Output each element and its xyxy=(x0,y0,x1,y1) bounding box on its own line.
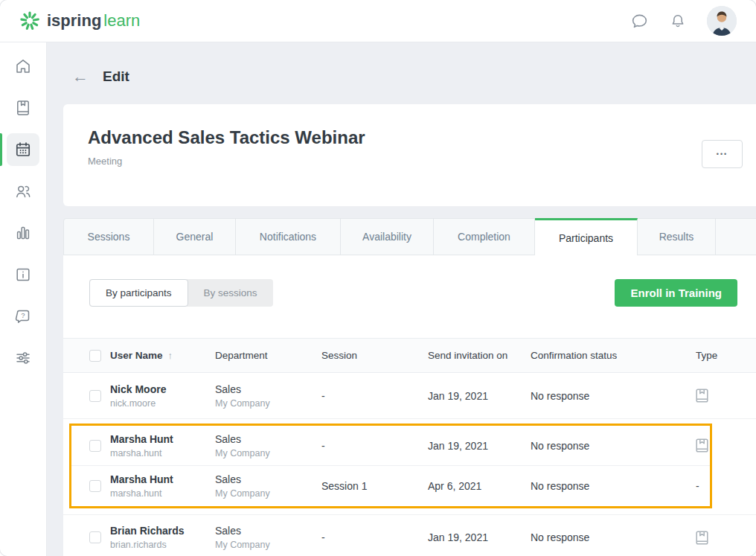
company: My Company xyxy=(215,448,321,458)
ispring-learn-logo[interactable]: ispringlearn xyxy=(19,10,140,31)
filters-icon xyxy=(14,349,32,367)
table-row[interactable]: Marsha Hunt marsha.hunt Sales My Company… xyxy=(71,426,710,466)
user-name: Marsha Hunt xyxy=(110,473,215,485)
participants-table: User Name ↑ Department Session Send invi… xyxy=(63,338,756,556)
column-header-session: Session xyxy=(321,350,428,361)
book-icon xyxy=(14,99,32,117)
column-header-type: Type xyxy=(696,350,756,361)
course-title: Advanced Sales Tactics Webinar xyxy=(88,127,756,148)
select-all-checkbox[interactable] xyxy=(89,350,101,362)
user-name: Marsha Hunt xyxy=(110,433,215,445)
tab-sessions[interactable]: Sessions xyxy=(63,218,154,255)
company: My Company xyxy=(215,540,321,550)
company: My Company xyxy=(215,488,321,499)
sidebar-item-home[interactable] xyxy=(7,51,39,81)
user-login: marsha.hunt xyxy=(110,448,215,458)
participants-panel: By participants By sessions Enroll in Tr… xyxy=(63,255,756,556)
back-arrow-icon[interactable]: ← xyxy=(72,68,89,85)
help-icon: ? xyxy=(14,307,32,325)
sidebar-item-settings[interactable] xyxy=(7,343,39,373)
user-cell: Brian Richards brian.richards xyxy=(110,525,215,550)
sidebar-item-info[interactable] xyxy=(7,260,39,290)
bar-chart-icon xyxy=(14,224,32,242)
type-cell xyxy=(696,531,756,545)
invitation-date-cell: Apr 6, 2021 xyxy=(428,480,531,492)
course-type-label: Meeting xyxy=(88,156,756,167)
invitation-date-cell: Jan 19, 2021 xyxy=(428,390,531,402)
page-header: ← Edit xyxy=(47,42,756,85)
sidebar-item-users[interactable] xyxy=(7,176,39,206)
page-title: Edit xyxy=(103,68,129,85)
table-row[interactable]: Brian Richards brian.richards Sales My C… xyxy=(63,514,756,556)
tab-bar-filler xyxy=(716,218,756,255)
messages-icon[interactable] xyxy=(630,12,649,31)
tab-results[interactable]: Results xyxy=(638,218,716,255)
user-name: Brian Richards xyxy=(110,525,215,537)
company: My Company xyxy=(215,398,321,409)
sort-asc-icon: ↑ xyxy=(168,350,173,361)
table-row[interactable]: Marsha Hunt marsha.hunt Sales My Company… xyxy=(71,466,710,506)
logo-spinner-icon xyxy=(19,10,40,31)
participants-toolbar: By participants By sessions Enroll in Tr… xyxy=(63,255,756,307)
sidebar-item-help[interactable]: ? xyxy=(7,301,39,331)
toggle-by-sessions[interactable]: By sessions xyxy=(188,279,273,307)
tab-completion[interactable]: Completion xyxy=(434,218,535,255)
row-checkbox[interactable] xyxy=(89,480,101,492)
highlighted-rows-box: Marsha Hunt marsha.hunt Sales My Company… xyxy=(69,424,712,508)
confirmation-status-cell: No response xyxy=(531,390,696,402)
enroll-in-training-button[interactable]: Enroll in Training xyxy=(615,279,737,307)
department: Sales xyxy=(215,525,321,537)
svg-text:?: ? xyxy=(21,311,25,319)
confirmation-status-cell: No response xyxy=(531,480,696,492)
logo-text: ispringlearn xyxy=(47,13,140,29)
invitation-date-cell: Jan 19, 2021 xyxy=(428,440,531,452)
table-row[interactable]: Nick Moore nick.moore Sales My Company -… xyxy=(63,373,756,419)
user-name-header-label: User Name xyxy=(110,350,163,361)
user-cell: Marsha Hunt marsha.hunt xyxy=(110,473,215,499)
sidebar-item-reports[interactable] xyxy=(7,218,39,248)
type-cell xyxy=(696,389,756,403)
active-item-indicator xyxy=(0,133,2,166)
department-cell: Sales My Company xyxy=(215,525,321,550)
toggle-by-participants[interactable]: By participants xyxy=(89,279,188,307)
people-icon xyxy=(14,182,32,200)
session-cell: - xyxy=(321,531,428,543)
row-checkbox[interactable] xyxy=(89,440,101,452)
top-bar: ispringlearn xyxy=(0,0,756,42)
confirmation-status-cell: No response xyxy=(531,531,696,543)
column-header-department: Department xyxy=(215,350,321,361)
logo-ispring: ispring xyxy=(47,11,101,30)
book-type-icon xyxy=(696,438,708,453)
logo-learn: learn xyxy=(103,11,140,30)
calendar-icon xyxy=(14,141,32,159)
sidebar-item-calendar[interactable] xyxy=(7,133,39,166)
department-cell: Sales My Company xyxy=(215,383,321,409)
topbar-actions xyxy=(630,6,737,36)
view-toggle: By participants By sessions xyxy=(89,279,273,307)
user-cell: Marsha Hunt marsha.hunt xyxy=(110,433,215,458)
user-cell: Nick Moore nick.moore xyxy=(110,383,215,409)
column-header-user-name[interactable]: User Name ↑ xyxy=(110,350,215,361)
tab-notifications[interactable]: Notifications xyxy=(236,218,341,255)
notifications-bell-icon[interactable] xyxy=(669,12,687,30)
tab-availability[interactable]: Availability xyxy=(341,218,434,255)
row-checkbox[interactable] xyxy=(89,531,101,543)
sidebar: ? xyxy=(0,42,47,556)
row-checkbox[interactable] xyxy=(89,390,101,402)
user-login: brian.richards xyxy=(110,540,215,550)
user-login: nick.moore xyxy=(110,398,215,409)
tab-general[interactable]: General xyxy=(154,218,236,255)
session-cell: - xyxy=(321,390,428,402)
book-type-icon xyxy=(696,389,708,403)
info-box-icon xyxy=(14,266,32,284)
home-icon xyxy=(14,57,32,75)
more-options-button[interactable]: ••• xyxy=(702,140,743,168)
sidebar-item-courses[interactable] xyxy=(7,93,39,123)
department-cell: Sales My Company xyxy=(215,473,321,499)
ellipsis-icon: ••• xyxy=(717,150,728,158)
session-cell: - xyxy=(321,440,428,452)
user-avatar[interactable] xyxy=(707,6,737,36)
tab-participants[interactable]: Participants xyxy=(535,218,638,255)
column-header-confirmation-status: Confirmation status xyxy=(531,350,696,361)
department: Sales xyxy=(215,383,321,395)
